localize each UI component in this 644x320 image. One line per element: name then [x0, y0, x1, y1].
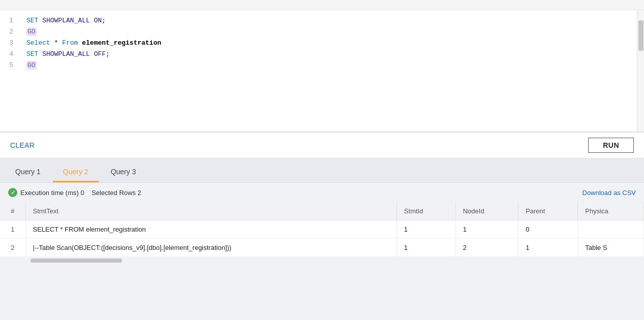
line-number-1: 1	[3, 15, 17, 26]
execution-time-value: 0	[81, 189, 84, 197]
col-header-parent: Parent	[518, 202, 578, 220]
tab-query1[interactable]: Query 1	[5, 163, 51, 182]
code-line-1: SET SHOWPLAN_ALL ON;	[26, 15, 631, 26]
editor-vertical-scrollbar[interactable]	[637, 10, 644, 132]
code-line-4: SET SHOWPLAN_ALL OFF;	[26, 49, 631, 60]
cell-row2-physical: Table S	[578, 239, 644, 257]
scrollbar-thumb[interactable]	[638, 20, 643, 51]
table-header-row: # StmtText StmtId NodeId Parent Physica	[0, 202, 644, 220]
results-container: Query 1 Query 2 Query 3 Execution time (…	[0, 158, 644, 264]
code-line-3: Select * From element_registration	[26, 38, 631, 49]
selected-rows-label: Selected Rows	[91, 189, 136, 197]
code-line-5: GO	[26, 60, 631, 71]
tabs-bar: Query 1 Query 2 Query 3	[0, 158, 644, 183]
run-button[interactable]: RUN	[588, 138, 634, 153]
col-header-stmtid: StmtId	[396, 202, 455, 220]
tab-query3[interactable]: Query 3	[101, 163, 146, 182]
code-line-2: GO	[26, 26, 631, 38]
editor-container: 1 2 3 4 5 SET SHOWPLAN_ALL ON; GO Select…	[0, 10, 644, 132]
table-row: 2 |--Table Scan(OBJECT:([decisions_v9].[…	[0, 239, 644, 257]
table-row: 1 SELECT * FROM element_registration 1 1…	[0, 220, 644, 239]
results-table-wrapper: # StmtText StmtId NodeId Parent Physica …	[0, 202, 644, 257]
cell-row2-parent: 1	[518, 239, 578, 257]
cell-row2-stmtid: 1	[396, 239, 455, 257]
cell-row2-num: 2	[0, 239, 25, 257]
line-number-2: 2	[3, 26, 17, 38]
clear-button[interactable]: CLEAR	[10, 141, 35, 149]
cell-row2-stmttext: |--Table Scan(OBJECT:([decisions_v9].[db…	[25, 239, 396, 257]
line-numbers: 1 2 3 4 5	[0, 10, 20, 132]
cell-row2-nodeid: 2	[455, 239, 518, 257]
execution-time-label: Execution time (ms)	[20, 189, 79, 197]
col-header-nodeid: NodeId	[455, 202, 518, 220]
tab-query2[interactable]: Query 2	[53, 163, 99, 182]
bottom-scrollbar[interactable]	[0, 257, 644, 264]
selected-rows-value: 2	[138, 189, 141, 197]
results-table: # StmtText StmtId NodeId Parent Physica …	[0, 202, 644, 257]
cell-row1-stmtid: 1	[396, 220, 455, 239]
code-editor[interactable]: SET SHOWPLAN_ALL ON; GO Select * From el…	[20, 10, 637, 132]
status-text: Execution time (ms) 0 Selected Rows 2	[20, 189, 141, 197]
status-bar: Execution time (ms) 0 Selected Rows 2 Do…	[0, 183, 644, 202]
toolbar: CLEAR RUN	[0, 132, 644, 158]
cell-row1-nodeid: 1	[455, 220, 518, 239]
cell-row1-parent: 0	[518, 220, 578, 239]
status-left: Execution time (ms) 0 Selected Rows 2	[8, 188, 141, 197]
col-header-physical: Physica	[578, 202, 644, 220]
line-number-4: 4	[3, 49, 17, 60]
line-number-3: 3	[3, 38, 17, 49]
hint-bar	[0, 0, 644, 10]
col-header-stmttext: StmtText	[25, 202, 396, 220]
cell-row1-num: 1	[0, 220, 25, 239]
cell-row1-physical	[578, 220, 644, 239]
line-number-5: 5	[3, 60, 17, 71]
cell-row1-stmttext: SELECT * FROM element_registration	[25, 220, 396, 239]
col-header-num: #	[0, 202, 25, 220]
download-csv-link[interactable]: Download as CSV	[582, 189, 636, 197]
success-icon	[8, 188, 17, 197]
bottom-scrollbar-thumb[interactable]	[30, 259, 122, 263]
